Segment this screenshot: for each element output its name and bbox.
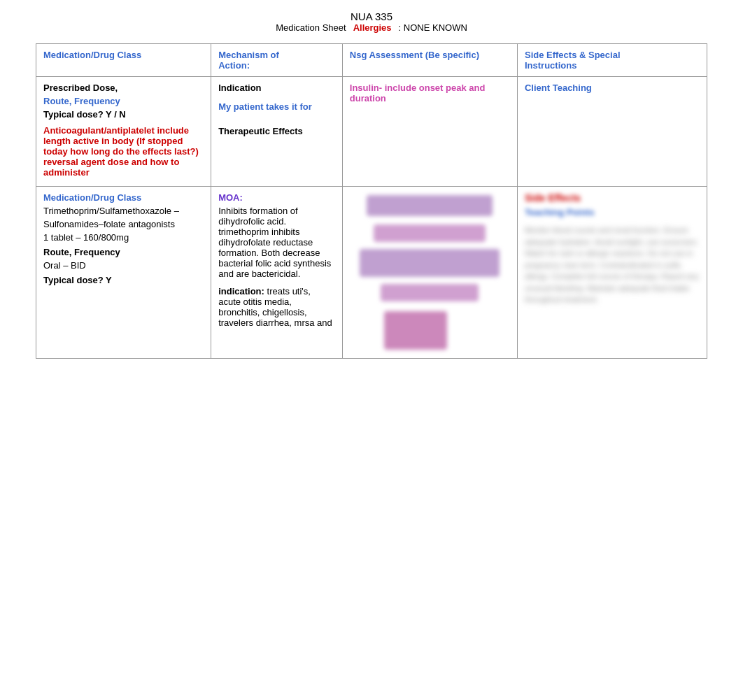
col4-data: Side Effects Teaching Points Monitor blo…	[517, 187, 707, 359]
route-value: Oral – BID	[43, 260, 204, 271]
col3-header: Nsg Assessment (Be specific)	[342, 44, 517, 77]
page-header: NUA 335 Medication Sheet Allergies: NONE…	[0, 0, 743, 36]
blur-block-3	[360, 249, 500, 277]
medication-sheet-label: Medication Sheet	[276, 22, 346, 33]
table-header-row: Medication/Drug Class Mechanism of Actio…	[36, 44, 707, 77]
blur-block-2	[374, 224, 486, 242]
allergies-value: : NONE KNOWN	[399, 22, 467, 33]
col3-data	[342, 187, 517, 359]
blur-block-1	[367, 195, 493, 216]
dose-value: 1 tablet – 160/800mg	[43, 232, 204, 243]
blur-block-4	[381, 284, 479, 301]
moa-text: Inhibits formation of dihydrofolic acid.…	[218, 206, 335, 279]
blurred-red-heading: Side Effects	[525, 192, 700, 203]
medication-table: Medication/Drug Class Mechanism of Actio…	[36, 43, 707, 359]
blurred-blue-text: Teaching Points	[525, 207, 700, 217]
moa-label: MOA:	[218, 192, 243, 203]
col3-blurred-content	[350, 192, 510, 352]
typical-dose-label: Typical dose? Y	[43, 275, 204, 285]
col4-header: Side Effects & Special Instructions	[517, 44, 707, 77]
col1-header: Medication/Drug Class	[36, 44, 211, 77]
col3-subheader: Insulin- include onset peak and duration	[342, 77, 517, 187]
col2-subheader: Indication My patient takes it for Thera…	[211, 77, 343, 187]
col4-blurred-content: Side Effects Teaching Points Monitor blo…	[525, 192, 700, 306]
header-subrow: Medication Sheet Allergies: NONE KNOWN	[0, 22, 743, 33]
route-frequency-label: Route, Frequency	[43, 247, 204, 257]
table-subheader-row: Prescribed Dose, Route, Frequency Typica…	[36, 77, 707, 187]
col1-subheader: Prescribed Dose, Route, Frequency Typica…	[36, 77, 211, 187]
drug-class: Sulfonamides–folate antagonists	[43, 219, 204, 229]
col4-subheader: Client Teaching	[517, 77, 707, 187]
indication-label: indication:	[218, 286, 264, 297]
drug-name: Trimethoprim/Sulfamethoxazole –	[43, 206, 204, 216]
col2-header: Mechanism of Action:	[211, 44, 343, 77]
allergies-label: Allergies	[353, 22, 392, 33]
blurred-body-text: Monitor blood counts and renal function.…	[525, 224, 700, 306]
col1-data: Medication/Drug Class Trimethoprim/Sulfa…	[36, 187, 211, 359]
col2-data: MOA: Inhibits formation of dihydrofolic …	[211, 187, 343, 359]
page-title: NUA 335	[0, 10, 743, 22]
blur-block-5	[384, 311, 447, 350]
table-data-row: Medication/Drug Class Trimethoprim/Sulfa…	[36, 187, 707, 359]
